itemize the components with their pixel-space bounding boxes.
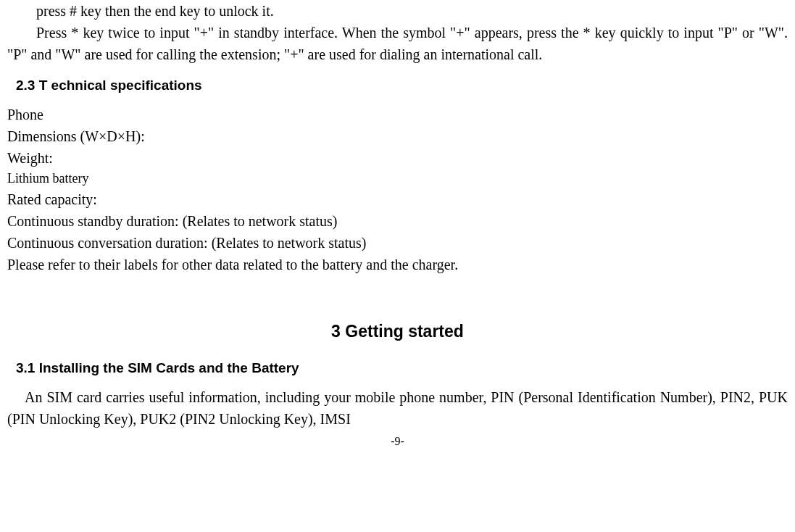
heading-chapter-3: 3 Getting started [7, 319, 788, 344]
section-3-1-para: An SIM card carries useful information, … [7, 386, 788, 430]
spec-standby: Continuous standby duration: (Relates to… [7, 210, 788, 232]
spec-weight: Weight: [7, 147, 788, 169]
spec-battery: Lithium battery [7, 169, 788, 188]
spec-phone: Phone [7, 104, 788, 125]
body-text: press # key then the end key to unlock i… [7, 0, 788, 22]
page-number: -9- [7, 433, 788, 450]
heading-2-3: 2.3 T echnical specifications [16, 75, 788, 96]
spec-rated: Rated capacity: [7, 188, 788, 210]
heading-3-1: 3.1 Installing the SIM Cards and the Bat… [16, 358, 788, 379]
spec-dimensions: Dimensions (W×D×H): [7, 125, 788, 147]
body-text-star-key: Press * key twice to input "+" in standb… [7, 22, 788, 65]
spec-refer: Please refer to their labels for other d… [7, 254, 788, 275]
spec-conversation: Continuous conversation duration: (Relat… [7, 232, 788, 254]
